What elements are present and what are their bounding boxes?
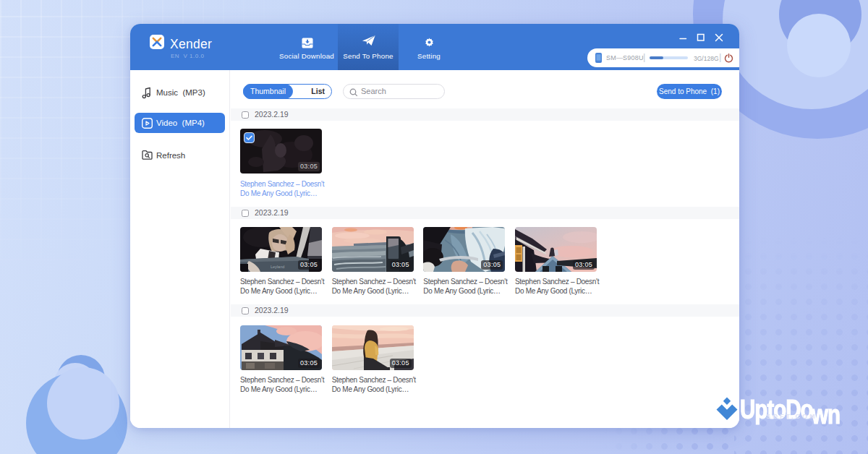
svg-text:Leyland: Leyland <box>271 265 284 269</box>
